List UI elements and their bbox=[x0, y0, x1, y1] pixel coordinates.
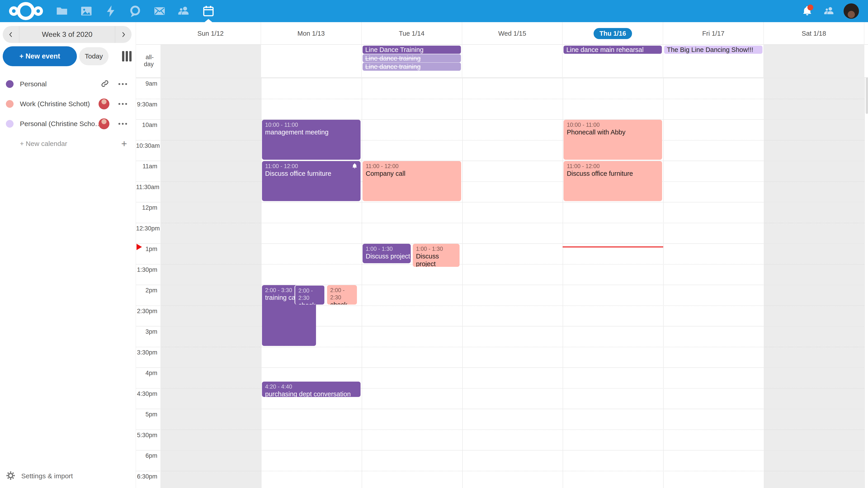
time-label: 5pm bbox=[136, 411, 157, 418]
time-label: 9:30am bbox=[136, 101, 157, 108]
app-navigation bbox=[50, 0, 221, 22]
time-label: 11am bbox=[136, 163, 157, 170]
calendar-list-item[interactable]: Work (Christine Schott) bbox=[0, 94, 135, 114]
allday-event[interactable]: Line Dance Training bbox=[363, 46, 461, 54]
today-day-label: Thu 1/16 bbox=[594, 28, 632, 39]
event-title: management meeting bbox=[265, 128, 358, 136]
column-line bbox=[462, 78, 463, 488]
event-management-meeting[interactable]: 10:00 - 11:00management meeting bbox=[262, 120, 361, 160]
calendar-actions-menu-icon[interactable] bbox=[119, 83, 127, 85]
plus-icon[interactable]: + bbox=[121, 139, 127, 148]
time-label: 2pm bbox=[136, 287, 157, 294]
calendar-app-icon[interactable] bbox=[196, 0, 221, 22]
previous-week-button[interactable] bbox=[3, 26, 19, 43]
calendar-actions-menu-icon[interactable] bbox=[119, 123, 127, 125]
calendar-week-view: Sun 1/12Mon 1/13Tue 1/14Wed 1/15Thu 1/16… bbox=[135, 22, 868, 488]
day-header-tue[interactable]: Tue 1/14 bbox=[362, 22, 462, 45]
allday-event[interactable]: The Big Line Dancing Show!!! bbox=[664, 46, 763, 54]
allday-cell[interactable] bbox=[764, 45, 864, 78]
calendar-list-item[interactable]: Personal bbox=[0, 74, 135, 94]
contacts-app-icon[interactable] bbox=[172, 0, 196, 22]
mail-app-icon[interactable] bbox=[147, 0, 172, 22]
event-title: Phonecall with Abby bbox=[567, 128, 659, 136]
time-label: 2:30pm bbox=[136, 308, 157, 315]
talk-app-icon[interactable] bbox=[123, 0, 147, 22]
next-week-button[interactable] bbox=[115, 26, 131, 43]
calendar-color-dot bbox=[6, 120, 13, 128]
day-header-fri[interactable]: Fri 1/17 bbox=[663, 22, 764, 45]
allday-cell[interactable] bbox=[261, 45, 362, 78]
slot-line bbox=[136, 223, 864, 223]
current-time-line bbox=[563, 247, 663, 248]
user-avatar[interactable] bbox=[844, 3, 859, 19]
day-header-wed[interactable]: Wed 1/15 bbox=[462, 22, 563, 45]
event-check-in[interactable]: 2:00 - 2:30check-in bbox=[327, 285, 357, 304]
files-app-icon[interactable] bbox=[50, 0, 74, 22]
photos-app-icon[interactable] bbox=[74, 0, 98, 22]
event-check-in[interactable]: 2:00 - 2:30check-in bbox=[294, 285, 324, 304]
event-discuss-project-announcement[interactable]: 1:00 - 1:30Discuss project announcement bbox=[413, 244, 460, 267]
new-event-button[interactable]: + New event bbox=[3, 46, 77, 66]
new-calendar-button[interactable]: + New calendar+ bbox=[0, 134, 135, 154]
time-grid[interactable]: 9am9:30am10am10:30am11am11:30am12pm12:30… bbox=[136, 78, 868, 488]
activity-app-icon[interactable] bbox=[98, 0, 123, 22]
current-time-arrow-icon bbox=[136, 244, 142, 250]
week-label[interactable]: Week 3 of 2020 bbox=[19, 26, 115, 43]
event-phonecall-with-abby[interactable]: 10:00 - 11:00Phonecall with Abby bbox=[563, 120, 662, 160]
slot-line bbox=[136, 264, 864, 265]
calendar-actions-menu-icon[interactable] bbox=[119, 103, 127, 105]
day-label: Sat 1/18 bbox=[802, 30, 826, 37]
today-button[interactable]: Today bbox=[79, 47, 108, 65]
day-header-sun[interactable]: Sun 1/12 bbox=[160, 22, 261, 45]
column-line bbox=[663, 78, 664, 488]
time-label: 12pm bbox=[136, 204, 157, 211]
time-label: 1:30pm bbox=[136, 266, 157, 273]
topbar-right bbox=[799, 3, 868, 19]
notifications-bell-icon[interactable] bbox=[799, 3, 815, 19]
settings-import-label: Settings & import bbox=[21, 472, 73, 480]
event-title: Company call bbox=[366, 170, 458, 177]
allday-event[interactable]: Line dance main rehearsal bbox=[563, 46, 662, 54]
share-link-icon[interactable] bbox=[100, 79, 110, 89]
event-company-call[interactable]: 11:00 - 12:00Company call bbox=[363, 161, 461, 201]
column-line bbox=[261, 78, 261, 488]
sidebar: Week 3 of 2020 + New event Today Persona… bbox=[0, 22, 135, 488]
time-label: 6pm bbox=[136, 452, 157, 459]
day-label: Sun 1/12 bbox=[197, 30, 223, 37]
week-view-toggle-icon[interactable] bbox=[122, 51, 131, 61]
calendar-list-item[interactable]: Personal (Christine Scho… bbox=[0, 114, 135, 134]
day-header-sat[interactable]: Sat 1/18 bbox=[764, 22, 864, 45]
calendar-color-dot bbox=[6, 80, 13, 88]
logo-ring bbox=[17, 2, 35, 20]
allday-cell[interactable] bbox=[462, 45, 563, 78]
active-app-pointer bbox=[205, 19, 212, 22]
event-discuss-project-announcement[interactable]: 1:00 - 1:30Discuss project announcement bbox=[363, 244, 411, 263]
event-purchasing-dept-conversation[interactable]: 4:20 - 4:40purchasing dept conversation bbox=[262, 382, 361, 397]
event-time: 11:00 - 12:00 bbox=[366, 162, 458, 170]
event-time: 2:00 - 2:30 bbox=[298, 287, 321, 301]
day-header-thu[interactable]: Thu 1/16 bbox=[563, 22, 663, 45]
logo-ring bbox=[33, 6, 43, 16]
day-header-row: Sun 1/12Mon 1/13Tue 1/14Wed 1/15Thu 1/16… bbox=[136, 22, 868, 45]
slot-line bbox=[136, 326, 864, 326]
day-label: Mon 1/13 bbox=[298, 30, 325, 37]
calendar-name: Personal bbox=[20, 80, 100, 88]
day-header-mon[interactable]: Mon 1/13 bbox=[261, 22, 362, 45]
vertical-scrollbar[interactable] bbox=[866, 78, 868, 114]
event-discuss-office-furniture[interactable]: 11:00 - 12:00Discuss office furniture bbox=[563, 161, 662, 201]
event-discuss-office-furniture[interactable]: 11:00 - 12:00Discuss office furniture bbox=[262, 161, 361, 201]
allday-event[interactable]: Line dance training bbox=[363, 63, 461, 71]
owner-avatar bbox=[98, 119, 110, 129]
contacts-menu-icon[interactable] bbox=[822, 3, 837, 19]
event-time: 2:00 - 2:30 bbox=[330, 287, 354, 301]
settings-import[interactable]: Settings & import bbox=[6, 471, 73, 481]
slot-line bbox=[136, 285, 864, 285]
event-time: 11:00 - 12:00 bbox=[265, 162, 358, 170]
event-title: Discuss office furniture bbox=[567, 170, 659, 177]
slot-line bbox=[136, 429, 864, 430]
allday-cell[interactable] bbox=[160, 45, 261, 78]
nextcloud-logo[interactable] bbox=[9, 0, 50, 22]
allday-event[interactable]: Line dance training bbox=[363, 54, 461, 62]
slot-line bbox=[136, 161, 864, 161]
slot-line bbox=[136, 140, 864, 140]
